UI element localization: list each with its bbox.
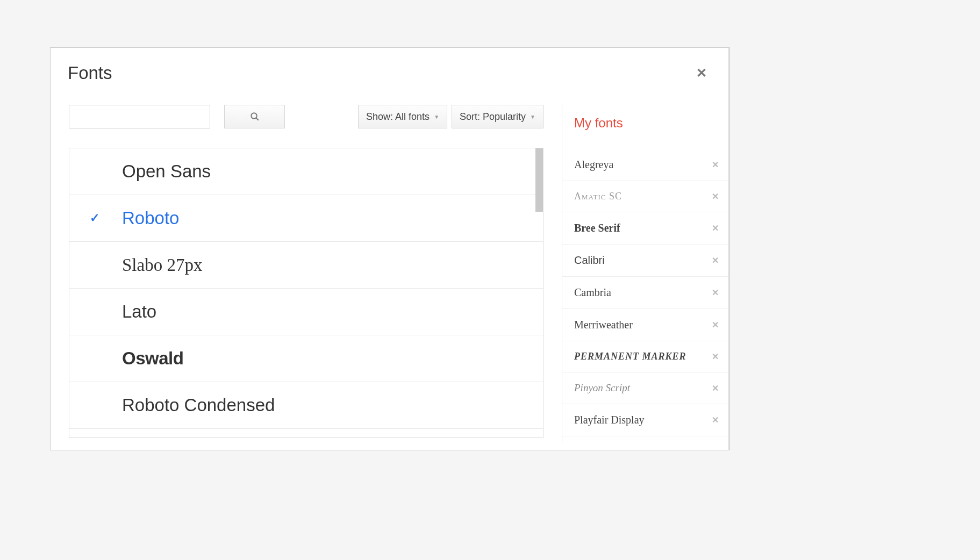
- show-filter-label: Show: All fonts: [366, 111, 430, 123]
- close-icon: ✕: [712, 415, 719, 425]
- my-font-name-label: Calibri: [574, 254, 605, 267]
- my-fonts-title: My fonts: [562, 105, 728, 149]
- controls-row: Show: All fonts ▼ Sort: Popularity ▼: [69, 105, 543, 128]
- remove-font-button[interactable]: ✕: [712, 160, 719, 170]
- remove-font-button[interactable]: ✕: [712, 320, 719, 330]
- my-font-name-label: Permanent Marker: [574, 351, 686, 362]
- my-font-item: Merriweather✕: [562, 309, 728, 341]
- font-list-item[interactable]: Oswald: [69, 335, 543, 382]
- modal-header: Fonts ✕: [51, 48, 728, 105]
- filter-group: Show: All fonts ▼ Sort: Popularity ▼: [358, 105, 543, 128]
- font-list-container: Open Sans✓RobotoSlabo 27pxLatoOswaldRobo…: [69, 148, 543, 438]
- my-font-item: Permanent Marker✕: [562, 341, 728, 372]
- sort-dropdown[interactable]: Sort: Popularity ▼: [452, 105, 543, 128]
- close-icon: ✕: [712, 256, 719, 265]
- search-icon: [250, 112, 260, 121]
- my-fonts-panel: My fonts Alegreya✕Amatic SC✕Bree Serif✕C…: [562, 105, 728, 443]
- font-browser-panel: Show: All fonts ▼ Sort: Popularity ▼ Ope…: [51, 105, 562, 443]
- check-icon: ✓: [90, 211, 99, 225]
- font-name-label: Roboto Condensed: [122, 395, 275, 415]
- close-icon: ✕: [712, 352, 719, 361]
- font-name-label: Oswald: [122, 348, 183, 369]
- svg-point-0: [251, 113, 257, 119]
- my-font-item: Alegreya✕: [562, 149, 728, 181]
- my-font-item: Bree Serif✕: [562, 212, 728, 245]
- font-list-item[interactable]: Lato: [69, 289, 543, 335]
- font-list-item[interactable]: Slabo 27px: [69, 242, 543, 289]
- close-icon: ✕: [712, 320, 719, 329]
- my-font-name-label: Playfair Display: [574, 414, 645, 426]
- font-list[interactable]: Open Sans✓RobotoSlabo 27pxLatoOswaldRobo…: [69, 148, 543, 437]
- font-name-label: Open Sans: [122, 161, 211, 182]
- remove-font-button[interactable]: ✕: [712, 191, 719, 202]
- fonts-modal: Fonts ✕ Show: All fonts ▼: [50, 47, 730, 450]
- my-font-name-label: Alegreya: [574, 159, 613, 171]
- my-font-item: Calibri✕: [562, 245, 728, 277]
- font-name-label: Roboto: [122, 208, 179, 228]
- remove-font-button[interactable]: ✕: [712, 223, 719, 233]
- close-button[interactable]: ✕: [692, 63, 711, 83]
- my-font-name-label: Pinyon Script: [574, 382, 630, 394]
- my-fonts-list: Alegreya✕Amatic SC✕Bree Serif✕Calibri✕Ca…: [562, 149, 728, 436]
- scrollbar-thumb[interactable]: [535, 148, 543, 212]
- sort-label: Sort: Popularity: [460, 111, 526, 123]
- remove-font-button[interactable]: ✕: [712, 255, 719, 265]
- remove-font-button[interactable]: ✕: [712, 383, 719, 393]
- close-icon: ✕: [696, 66, 707, 80]
- my-font-name-label: Merriweather: [574, 319, 633, 331]
- font-name-label: Lato: [122, 301, 156, 322]
- close-icon: ✕: [712, 288, 719, 297]
- font-check-column: ✓: [90, 211, 122, 225]
- my-font-name-label: Cambria: [574, 286, 611, 299]
- remove-font-button[interactable]: ✕: [712, 415, 719, 425]
- close-icon: ✕: [712, 192, 719, 201]
- chevron-down-icon: ▼: [530, 114, 535, 120]
- font-list-item[interactable]: ✓Roboto: [69, 195, 543, 242]
- svg-line-1: [256, 118, 259, 120]
- modal-body: Show: All fonts ▼ Sort: Popularity ▼ Ope…: [51, 105, 728, 443]
- modal-title: Fonts: [68, 63, 112, 83]
- my-font-item: Cambria✕: [562, 277, 728, 309]
- my-font-item: Amatic SC✕: [562, 181, 728, 212]
- chevron-down-icon: ▼: [434, 114, 439, 120]
- font-name-label: Slabo 27px: [122, 255, 202, 275]
- font-list-item[interactable]: Roboto Condensed: [69, 382, 543, 429]
- my-font-name-label: Amatic SC: [574, 191, 622, 202]
- show-filter-dropdown[interactable]: Show: All fonts ▼: [358, 105, 447, 128]
- search-button[interactable]: [224, 105, 285, 128]
- search-input[interactable]: [69, 105, 210, 128]
- my-font-name-label: Bree Serif: [574, 222, 620, 234]
- remove-font-button[interactable]: ✕: [712, 288, 719, 298]
- close-icon: ✕: [712, 160, 719, 169]
- remove-font-button[interactable]: ✕: [712, 351, 719, 362]
- close-icon: ✕: [712, 384, 719, 393]
- close-icon: ✕: [712, 224, 719, 233]
- my-font-item: Pinyon Script✕: [562, 372, 728, 404]
- font-list-item[interactable]: Open Sans: [69, 148, 543, 195]
- my-font-item: Playfair Display✕: [562, 404, 728, 436]
